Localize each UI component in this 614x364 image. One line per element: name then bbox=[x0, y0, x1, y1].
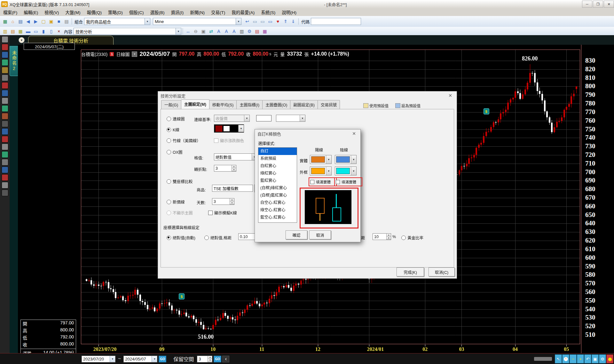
split-rows2-icon[interactable]: ▭ bbox=[32, 28, 39, 35]
confirm-button[interactable]: 確認 bbox=[286, 230, 307, 239]
chevron-down-icon[interactable]: ▼ bbox=[351, 167, 356, 175]
sidebar-shortcut-icon[interactable] bbox=[2, 143, 8, 150]
maximize-button[interactable]: ❐ bbox=[593, 1, 603, 8]
sidebar-shortcut-icon[interactable] bbox=[2, 128, 8, 135]
fill-body-yang-checkbox[interactable]: 填滿實體 bbox=[309, 178, 336, 186]
frame-yang-color-combo[interactable]: ▼ bbox=[310, 167, 332, 175]
clock-icon[interactable] bbox=[562, 354, 569, 363]
chevron-down-icon[interactable]: ▼ bbox=[145, 18, 150, 25]
chevron-down-icon[interactable]: ▼ bbox=[238, 125, 244, 132]
sidebar-shortcut-icon[interactable] bbox=[2, 97, 8, 104]
style-list-item[interactable]: 白紅實心 bbox=[258, 162, 297, 170]
dialog-title-bar[interactable]: 技術分析設定 ✕ bbox=[158, 91, 457, 100]
paste-icon[interactable]: ▤ bbox=[9, 28, 16, 35]
sidebar-shortcut-icon[interactable] bbox=[2, 44, 8, 50]
settings-tab[interactable]: 主圖指標(I) bbox=[236, 100, 263, 109]
close-button[interactable]: ✕ bbox=[604, 1, 614, 8]
undo-icon[interactable]: ↶ bbox=[584, 354, 591, 363]
dollar-event-marker[interactable]: $ bbox=[179, 293, 185, 299]
line-color-swatch[interactable] bbox=[256, 115, 272, 121]
sidebar-shortcut-icon[interactable] bbox=[2, 159, 8, 166]
settings-tab[interactable]: 主圖疊圖(O) bbox=[262, 100, 290, 109]
style-list-item[interactable]: 綠紅實心 bbox=[258, 170, 297, 177]
period-selector[interactable]: 日線圖 bbox=[116, 51, 130, 57]
delete-pane-icon[interactable]: × bbox=[55, 28, 62, 35]
workspace-tab-unnamed2[interactable]: 未命名2 bbox=[10, 46, 19, 76]
dialog-cancel-button[interactable]: 取消(C) bbox=[429, 267, 455, 276]
body-yang-color-combo[interactable]: ▼ bbox=[310, 155, 332, 164]
sidebar-shortcut-icon[interactable] bbox=[2, 120, 8, 127]
cancel-button[interactable]: 取消 bbox=[309, 230, 331, 239]
radio-golden-ratio[interactable]: 黃金比率 bbox=[401, 235, 423, 241]
menu-item[interactable]: 資訊(I) bbox=[168, 8, 187, 16]
chevron-down-icon[interactable]: ▼ bbox=[132, 51, 137, 57]
quote-list-icon[interactable]: ▤ bbox=[17, 18, 24, 25]
style-list-item[interactable]: 白空心.紅實心 bbox=[258, 199, 297, 206]
new-page-icon[interactable]: ▢ bbox=[40, 18, 47, 25]
add-note-icon[interactable]: ▤ bbox=[254, 28, 261, 35]
body-yin-color-combo[interactable]: ▼ bbox=[335, 155, 357, 164]
code-input[interactable] bbox=[311, 18, 361, 25]
radio-kline[interactable]: K線 bbox=[167, 127, 179, 133]
menu-item[interactable]: 策略(D) bbox=[105, 8, 126, 16]
radio-line-chart[interactable]: 連線圖 bbox=[167, 116, 185, 122]
font-larger-icon[interactable]: A bbox=[215, 28, 222, 35]
menu-item[interactable]: 我的最愛(A) bbox=[228, 8, 258, 16]
chevron-down-icon[interactable]: ▼ bbox=[326, 155, 331, 164]
lock-icon[interactable]: ▣ bbox=[200, 28, 207, 35]
back-icon[interactable]: ◀ bbox=[25, 18, 32, 25]
font-smaller-icon[interactable]: A bbox=[223, 28, 230, 35]
chevron-down-icon[interactable]: ▼ bbox=[236, 18, 241, 25]
ox-grid-combo[interactable]: 絕對數值▼ bbox=[214, 153, 257, 160]
portfolio-combo[interactable]: 我的商品組合▼ bbox=[84, 18, 150, 25]
radio-bamboo[interactable]: 竹線（美國線） bbox=[167, 137, 201, 143]
menu-item[interactable]: 新聞(N) bbox=[187, 8, 208, 16]
sidebar-shortcut-icon[interactable] bbox=[2, 151, 8, 158]
h-scrollbar-thumb[interactable] bbox=[534, 357, 552, 361]
settings-tab[interactable]: 交易訊號 bbox=[318, 100, 340, 109]
settings-gear-icon[interactable]: ⚙ bbox=[246, 28, 253, 35]
menu-item[interactable]: 大盤(M) bbox=[62, 8, 83, 16]
dollar-event-marker[interactable]: $ bbox=[484, 108, 489, 114]
menu-item[interactable]: 編輯(E) bbox=[20, 8, 41, 16]
mine-combo[interactable]: Mine▼ bbox=[153, 18, 241, 25]
style-list-item[interactable]: 系統預設 bbox=[258, 155, 297, 162]
fit-width-icon[interactable]: ↔ bbox=[185, 28, 192, 35]
open-folder-icon[interactable]: ▣ bbox=[48, 18, 55, 25]
palette-grid-icon[interactable]: ▦ bbox=[261, 28, 268, 35]
dialog-close-icon[interactable]: ✕ bbox=[446, 93, 454, 98]
page-down-icon[interactable]: ⇓ bbox=[290, 18, 297, 25]
check-simulated-kline[interactable]: 顯示模擬K線 bbox=[208, 210, 237, 216]
line-style-combo[interactable]: ▼ bbox=[276, 115, 305, 122]
frame-yin-color-combo[interactable]: ▼ bbox=[335, 167, 357, 175]
chevron-down-icon[interactable]: ▼ bbox=[152, 356, 157, 362]
menu-item[interactable]: 系統(S) bbox=[258, 8, 279, 16]
menu-item[interactable]: 交易(T) bbox=[208, 8, 228, 16]
use-default-link[interactable]: 使用預設值 bbox=[363, 103, 389, 108]
collapse-left-button[interactable]: ‹ bbox=[222, 356, 229, 362]
sidebar-shortcut-icon[interactable] bbox=[2, 182, 8, 189]
range-from-combo[interactable]: 2023/07/20▼ bbox=[82, 356, 115, 362]
sidebar-shortcut-icon[interactable] bbox=[2, 82, 8, 89]
split-cols-icon[interactable]: ▮ bbox=[40, 28, 47, 35]
sidebar-shortcut-icon[interactable] bbox=[2, 167, 8, 173]
radio-dual-axis[interactable]: 雙座標比較 bbox=[167, 178, 193, 184]
duplicate-icon[interactable]: ▦ bbox=[17, 28, 24, 35]
radio-new-price-line[interactable]: 新價線 bbox=[167, 199, 185, 205]
sidebar-shortcut-icon[interactable] bbox=[2, 67, 8, 74]
split-rows-icon[interactable]: ▬ bbox=[25, 28, 32, 35]
alert-bell-icon[interactable] bbox=[606, 354, 613, 363]
sidebar-shortcut-icon[interactable] bbox=[2, 59, 8, 66]
copy-icon[interactable]: ▥ bbox=[2, 28, 9, 35]
window-link-icon[interactable]: ▭ bbox=[267, 18, 274, 25]
tab-menu-button[interactable]: ▼ bbox=[19, 37, 25, 43]
color-dialog-close-icon[interactable]: ✕ bbox=[350, 131, 358, 136]
sidebar-shortcut-icon[interactable] bbox=[2, 136, 8, 143]
style-list-item[interactable]: 綠空心.紅實心 bbox=[258, 206, 297, 214]
stop-icon[interactable]: ⊖ bbox=[192, 28, 199, 35]
zoom-out-icon[interactable]: − bbox=[570, 354, 577, 363]
kline-color-swatch[interactable]: ▼ bbox=[214, 124, 244, 133]
set-default-link[interactable]: 設為預設值 bbox=[395, 103, 421, 108]
home-icon[interactable]: ⌂ bbox=[9, 18, 16, 25]
symbol-name[interactable]: 台積電(2330) bbox=[81, 51, 107, 57]
